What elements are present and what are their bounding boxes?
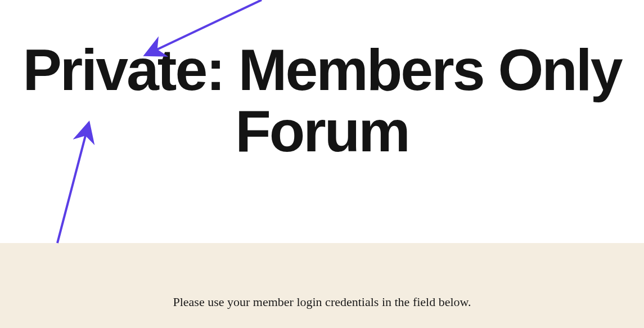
content-band: Please use your member login credentials… — [0, 243, 644, 328]
page-title: Private: Members Only Forum — [11, 39, 633, 162]
hero-header: Private: Members Only Forum — [0, 0, 644, 230]
content-inner: Please use your member login credentials… — [120, 243, 525, 309]
login-instruction: Please use your member login credentials… — [120, 295, 525, 309]
